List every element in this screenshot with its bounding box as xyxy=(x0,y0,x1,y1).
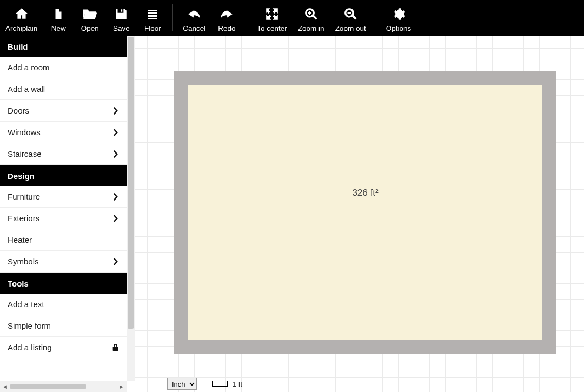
chevron-right-icon xyxy=(110,129,119,136)
cancel-button[interactable]: Cancel xyxy=(177,0,211,36)
side-panel-content: BuildAdd a roomAdd a wallDoorsWindowsSta… xyxy=(0,36,127,381)
sidebar-item-heater[interactable]: Heater xyxy=(0,229,127,251)
workspace: BuildAdd a roomAdd a wallDoorsWindowsSta… xyxy=(0,36,584,392)
side-horizontal-scroll-thumb[interactable] xyxy=(10,384,86,389)
room-area-label: 326 ft² xyxy=(352,188,378,198)
zoom-in-button[interactable]: Zoom in xyxy=(293,0,330,36)
chevron-right-icon xyxy=(110,193,119,201)
toolbar-group: ArchiplainNewOpenSaveFloor xyxy=(0,0,168,36)
to-center-label: To center xyxy=(257,24,287,32)
canvas-bottom-bar: Inch 1 ft xyxy=(135,377,584,391)
sidebar-item-label: Simple form xyxy=(8,321,51,330)
toolbar-group: Options xyxy=(381,0,417,36)
sidebar-item-doors[interactable]: Doors xyxy=(0,100,127,122)
file-icon xyxy=(52,6,64,22)
scale-label: 1 ft xyxy=(233,380,242,388)
sidebar-item-label: Staircase xyxy=(8,149,42,158)
section-header-design: Design xyxy=(0,165,127,186)
lines-icon xyxy=(146,6,159,22)
open-label: Open xyxy=(81,24,99,32)
sidebar-item-add-wall[interactable]: Add a wall xyxy=(0,78,127,100)
floor-button[interactable]: Floor xyxy=(137,0,168,36)
room-wall[interactable]: 326 ft² xyxy=(174,71,556,354)
new-label: New xyxy=(51,24,66,32)
zoom-out-button[interactable]: Zoom out xyxy=(330,0,371,36)
save-button[interactable]: Save xyxy=(105,0,137,36)
side-horizontal-scrollbar[interactable]: ◄ ► xyxy=(0,381,127,392)
chevron-right-icon xyxy=(110,258,119,265)
chevron-right-icon xyxy=(110,150,119,158)
scale-indicator: 1 ft xyxy=(212,380,242,388)
expand-icon xyxy=(265,6,279,22)
open-button[interactable]: Open xyxy=(74,0,105,36)
options-label: Options xyxy=(386,24,412,32)
sidebar-item-label: Add a listing xyxy=(8,343,52,352)
scroll-left-arrow-icon[interactable]: ◄ xyxy=(2,384,8,390)
sidebar-item-add-text[interactable]: Add a text xyxy=(0,294,127,315)
top-toolbar: ArchiplainNewOpenSaveFloorCancelRedoTo c… xyxy=(0,0,584,36)
cancel-label: Cancel xyxy=(183,24,205,32)
sidebar-item-label: Exteriors xyxy=(8,214,39,223)
sidebar-item-label: Heater xyxy=(8,235,32,244)
toolbar-group: CancelRedo xyxy=(177,0,242,36)
scroll-right-arrow-icon[interactable]: ► xyxy=(118,384,124,390)
toolbar-separator xyxy=(376,4,376,31)
section-header-tools: Tools xyxy=(0,273,127,294)
sidebar-item-simple-form[interactable]: Simple form xyxy=(0,315,127,337)
side-panel: BuildAdd a roomAdd a wallDoorsWindowsSta… xyxy=(0,36,135,381)
redo-button[interactable]: Redo xyxy=(211,0,242,36)
zoom-out-label: Zoom out xyxy=(335,24,366,32)
zoom-in-icon xyxy=(304,6,318,22)
to-center-button[interactable]: To center xyxy=(251,0,293,36)
chevron-right-icon xyxy=(110,215,119,222)
toolbar-separator xyxy=(172,4,173,31)
lock-icon xyxy=(110,343,119,351)
sidebar-item-add-room[interactable]: Add a room xyxy=(0,57,127,78)
sidebar-item-label: Symbols xyxy=(8,257,39,266)
redo-label: Redo xyxy=(218,24,235,32)
save-label: Save xyxy=(113,24,130,32)
sidebar-item-label: Add a wall xyxy=(8,84,45,94)
floor-label: Floor xyxy=(144,24,161,32)
sidebar-item-label: Add a text xyxy=(8,300,44,309)
side-vertical-scroll-thumb[interactable] xyxy=(128,37,134,329)
sidebar-item-label: Add a room xyxy=(8,63,50,72)
sidebar-item-label: Furniture xyxy=(8,192,40,201)
toolbar-separator xyxy=(247,4,247,31)
sidebar-item-label: Doors xyxy=(8,106,29,115)
options-button[interactable]: Options xyxy=(381,0,417,36)
archiplain-label: Archiplain xyxy=(5,24,37,32)
zoom-in-label: Zoom in xyxy=(298,24,324,32)
home-icon xyxy=(14,6,29,22)
gear-icon xyxy=(391,6,406,22)
sidebar-item-exteriors[interactable]: Exteriors xyxy=(0,208,127,229)
sidebar-item-staircase[interactable]: Staircase xyxy=(0,143,127,165)
undo-icon xyxy=(187,6,201,22)
floppy-icon xyxy=(114,6,128,22)
room-interior[interactable]: 326 ft² xyxy=(188,85,542,340)
new-button[interactable]: New xyxy=(43,0,74,36)
redo-icon xyxy=(220,6,234,22)
sidebar-item-label: Windows xyxy=(8,128,41,137)
floorplan-canvas[interactable]: 326 ft² Inch 1 ft xyxy=(135,36,584,392)
toolbar-group: To centerZoom inZoom out xyxy=(251,0,371,36)
sidebar-item-windows[interactable]: Windows xyxy=(0,122,127,143)
zoom-out-icon xyxy=(343,6,357,22)
unit-select[interactable]: Inch xyxy=(167,378,197,390)
chevron-right-icon xyxy=(110,107,119,115)
archiplain-button[interactable]: Archiplain xyxy=(0,0,43,36)
side-vertical-scrollbar[interactable] xyxy=(127,36,135,381)
section-header-build: Build xyxy=(0,36,127,57)
side-horizontal-scroll-track[interactable] xyxy=(10,384,116,389)
sidebar-item-add-listing[interactable]: Add a listing xyxy=(0,337,127,358)
sidebar-item-symbols[interactable]: Symbols xyxy=(0,251,127,273)
scale-bracket-icon xyxy=(212,381,228,387)
folder-open-icon xyxy=(82,6,98,22)
sidebar-item-furniture[interactable]: Furniture xyxy=(0,186,127,208)
